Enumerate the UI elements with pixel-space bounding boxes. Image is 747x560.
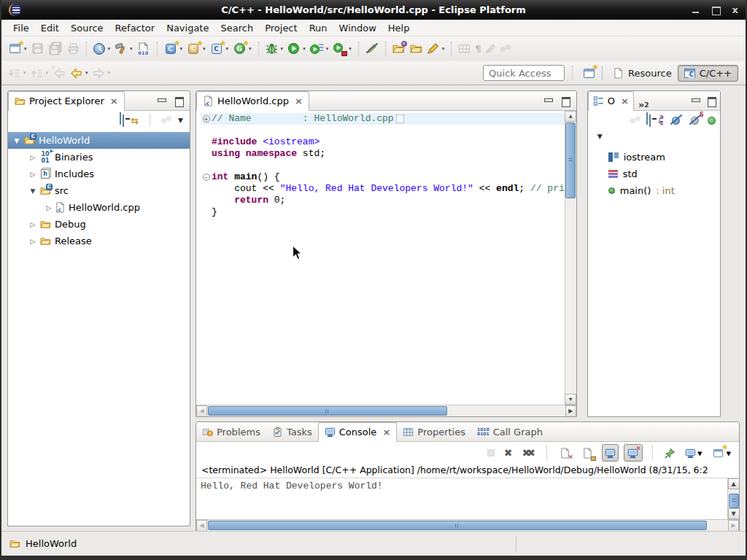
code-line[interactable]: int main () {	[201, 171, 565, 183]
tab-console[interactable]: Console ×	[318, 422, 398, 442]
minimize-view-button[interactable]	[543, 96, 552, 105]
profile-button[interactable]: ——— ▾	[308, 40, 331, 58]
tab-outline[interactable]: O ×	[588, 91, 634, 111]
terminate-button[interactable]	[485, 444, 497, 462]
tab-properties[interactable]: Properties	[397, 422, 471, 441]
expander-icon[interactable]: ▼	[11, 137, 23, 144]
build-button[interactable]: ▾	[112, 40, 135, 58]
code-line[interactable]: }	[201, 206, 565, 218]
focus-button[interactable]	[161, 116, 171, 125]
save-all-button[interactable]	[46, 40, 65, 58]
show-console-on-stderr-button[interactable]: ✕	[624, 444, 643, 462]
tree-item-src[interactable]: ▼ C src	[8, 182, 190, 199]
tree-item-debug[interactable]: ▷ Debug	[8, 216, 190, 233]
project-tree[interactable]: ▼ C HelloWorld ▷ 1001 Binaries ▷ h Inclu…	[8, 130, 190, 526]
maximize-view-button[interactable]	[174, 96, 183, 105]
format-button[interactable]	[483, 40, 498, 58]
sort-button[interactable]: ↓	[657, 114, 664, 126]
fold-collapse-icon[interactable]	[201, 174, 212, 181]
debug-button[interactable]: ▾	[263, 40, 286, 58]
menu-help[interactable]: Help	[382, 21, 416, 35]
forward-button[interactable]: ▾	[90, 64, 113, 82]
scrollbar-thumb[interactable]	[729, 494, 739, 508]
open-perspective-button[interactable]	[580, 64, 597, 82]
code-line[interactable]: // Name : HelloWorld.cpp	[201, 113, 565, 125]
folded-region-box[interactable]	[396, 114, 404, 123]
scroll-left-icon[interactable]: ◀	[196, 405, 207, 417]
window-maximize-button[interactable]	[712, 6, 721, 15]
show-whitespace-button[interactable]: ¶	[473, 40, 483, 58]
new-c-class-button[interactable]: C ▾	[185, 40, 208, 58]
show-console-on-stdout-button[interactable]	[602, 444, 619, 462]
console-output[interactable]: Hello, Red Hat Developers World!	[196, 478, 727, 519]
scroll-up-icon[interactable]: ▲	[728, 478, 740, 489]
title-bar[interactable]: C/C++ - HelloWorld/src/HelloWorld.cpp - …	[1, 0, 746, 20]
hidden-views-button[interactable]: » 2	[634, 91, 654, 110]
code-line[interactable]: return 0;	[201, 195, 565, 206]
print-button[interactable]	[65, 40, 82, 58]
menu-search[interactable]: Search	[214, 21, 259, 35]
hide-fields-button[interactable]	[670, 114, 683, 127]
hide-non-public-button[interactable]	[708, 117, 716, 125]
remove-all-terminated-button[interactable]: ✖✖	[519, 444, 536, 462]
perspective-cpp-button[interactable]: C C/C++	[678, 65, 738, 82]
tree-item-includes[interactable]: ▷ h Includes	[8, 166, 190, 182]
tab-problems[interactable]: Problems	[196, 422, 266, 441]
editor-vertical-scrollbar[interactable]: ▲ ▼	[565, 111, 576, 405]
tab-helloworld-cpp[interactable]: .c HelloWorld.cpp ×	[196, 91, 309, 111]
menu-run[interactable]: Run	[303, 21, 333, 35]
previous-annotation-button[interactable]: ▾	[28, 64, 51, 82]
scroll-right-icon[interactable]: ▶	[565, 405, 576, 417]
highlight-button[interactable]: ▾	[425, 40, 447, 58]
maximize-view-button[interactable]	[561, 96, 570, 105]
show-source-button[interactable]	[456, 40, 473, 58]
close-icon[interactable]: ×	[110, 98, 118, 105]
view-menu-button[interactable]: ▼	[178, 117, 183, 124]
tab-call-graph[interactable]: 1010 0101 Call Graph	[471, 422, 549, 441]
new-class-wizard-button[interactable]: G ▾	[231, 40, 254, 58]
expander-icon[interactable]: ▷	[27, 238, 39, 245]
collapse-all-button[interactable]	[120, 115, 124, 126]
window-close-button[interactable]: x	[732, 6, 738, 15]
menu-navigate[interactable]: Navigate	[160, 21, 214, 35]
console-vertical-scrollbar[interactable]: ▲ ▼	[727, 478, 739, 519]
scroll-down-icon[interactable]: ▼	[728, 508, 740, 519]
occurrences-button[interactable]	[498, 40, 513, 58]
scroll-left-icon[interactable]: ◀	[196, 520, 207, 532]
minimize-view-button[interactable]	[691, 96, 700, 105]
new-c-file-button[interactable]: C ▾	[208, 40, 231, 58]
perspective-resource-button[interactable]: Resource	[607, 66, 678, 81]
tree-item-binaries[interactable]: ▷ 1001 Binaries	[8, 149, 190, 166]
expander-icon[interactable]: ▷	[27, 154, 39, 161]
new-binary-button[interactable]: 010	[135, 40, 152, 58]
menu-source[interactable]: Source	[65, 21, 109, 35]
expander-icon[interactable]: ▷	[27, 221, 39, 228]
coverage-button[interactable]: ▾	[330, 40, 354, 58]
menu-window[interactable]: Window	[333, 21, 382, 35]
scrollbar-thumb[interactable]	[565, 122, 576, 198]
menu-edit[interactable]: Edit	[35, 21, 65, 35]
run-button[interactable]: ▾	[285, 40, 308, 58]
remove-launch-button[interactable]: ✖	[502, 444, 515, 462]
code-line[interactable]: using namespace std;	[201, 148, 565, 160]
fold-expand-icon[interactable]	[201, 115, 212, 122]
code-line[interactable]: #include <iostream>	[201, 136, 565, 148]
menu-project[interactable]: Project	[259, 21, 303, 35]
tree-item-helloworld-project[interactable]: ▼ C HelloWorld	[8, 132, 190, 149]
scroll-right-icon[interactable]: ▶	[728, 520, 739, 532]
view-menu-button[interactable]: ▼	[597, 133, 603, 140]
quick-access-input[interactable]	[483, 65, 565, 81]
display-console-button[interactable]: ▾	[683, 444, 705, 462]
export-button[interactable]	[408, 40, 425, 58]
scroll-lock-button[interactable]	[579, 444, 597, 462]
next-annotation-button[interactable]: ▾	[6, 64, 28, 82]
clear-console-button[interactable]: ✕	[557, 444, 574, 462]
console-horizontal-scrollbar[interactable]: ◀ ▶	[196, 519, 739, 531]
scrollbar-thumb[interactable]	[208, 521, 707, 530]
new-c-project-button[interactable]: C ▾	[162, 40, 185, 58]
last-edit-location-button[interactable]: ✳	[50, 64, 68, 82]
close-icon[interactable]: ×	[295, 98, 303, 105]
code-line[interactable]	[201, 125, 565, 136]
tree-item-release[interactable]: ▷ Release	[8, 233, 190, 249]
open-console-button[interactable]: ▾	[709, 444, 733, 462]
